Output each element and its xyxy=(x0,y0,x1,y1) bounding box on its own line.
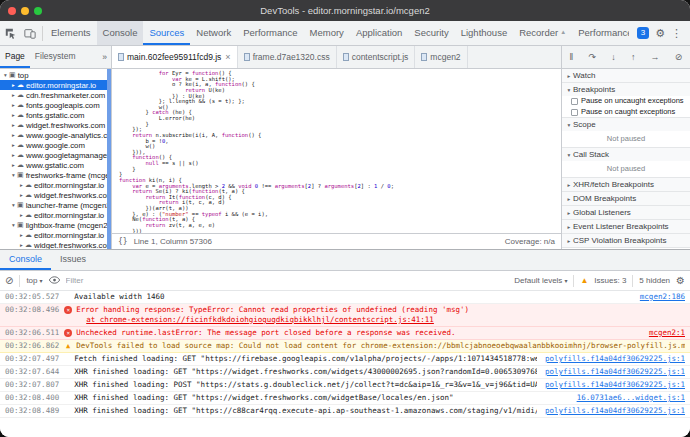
panel-tab-lighthouse[interactable]: Lighthouse xyxy=(455,21,513,45)
panel-tab-application[interactable]: Application xyxy=(350,21,408,45)
step-out-button[interactable]: ↑ xyxy=(631,52,636,62)
pretty-print-icon[interactable]: {} xyxy=(118,237,128,246)
chevron-right-icon: ▸ xyxy=(565,73,573,79)
deactivate-breakpoints-button[interactable]: ⊘ xyxy=(675,52,683,62)
navigator-scrollbar[interactable] xyxy=(107,69,111,249)
code-editor[interactable]: for Eyr = function() { var ke = L.shift(… xyxy=(112,69,561,233)
chevron-right-icon: ▸ xyxy=(10,162,17,168)
tree-item-lightbox-frame-mcgen2[interactable]: ▾▣lightbox-frame (mcgen2) xyxy=(0,220,111,230)
section-header-dom-breakpoints[interactable]: ▸DOM Breakpoints xyxy=(562,192,690,205)
navigator-tab-filesystem[interactable]: Filesystem xyxy=(30,46,81,68)
tree-item-top[interactable]: ▾▣top xyxy=(0,70,111,80)
section-header-csp-violation-breakpoints[interactable]: ▸CSP Violation Breakpoints xyxy=(562,234,690,247)
frame-icon: ▣ xyxy=(17,221,24,229)
section-header-global-listeners[interactable]: ▸Global Listeners xyxy=(562,206,690,219)
more-options-kebab-icon[interactable]: ⋮ xyxy=(671,28,682,39)
panel-tab-recorder[interactable]: Recorder▲ xyxy=(513,21,572,45)
section-note: Not paused xyxy=(562,161,690,177)
file-tab-mcgen2[interactable]: mcgen2 xyxy=(415,46,467,68)
navigator-tab-page[interactable]: Page xyxy=(0,46,30,68)
source-link[interactable]: 16.0731ae6...widget.js:1 xyxy=(577,393,685,403)
frame-icon: ▣ xyxy=(17,201,24,209)
panel-tab-security[interactable]: Security xyxy=(408,21,454,45)
drawer-tab-console[interactable]: Console xyxy=(0,250,51,270)
source-link[interactable]: mcgen2:186 xyxy=(640,292,685,302)
step-into-button[interactable]: ↓ xyxy=(611,52,616,62)
source-link[interactable]: polyfills.f14a04df30629225.js:1 xyxy=(545,406,685,416)
drawer-tab-issues[interactable]: Issues xyxy=(51,250,95,270)
source-link[interactable]: mcgen2:1 xyxy=(649,328,685,338)
console-message-list: 00:32:05.527Available width 1460mcgen2:1… xyxy=(0,291,690,437)
close-window-button[interactable] xyxy=(8,7,16,15)
tree-item-widget-freshworks-com[interactable]: ▸☁widget.freshworks.com xyxy=(0,240,111,249)
panel-tab-elements[interactable]: Elements xyxy=(45,21,97,45)
section-global-listeners: ▸Global Listeners xyxy=(562,206,690,220)
tree-item-editor-morningstar-io[interactable]: ▸☁editor.morningstar.io xyxy=(0,210,111,220)
tree-item-www-google-com[interactable]: ▸☁www.google.com xyxy=(0,140,111,150)
cloud-icon: ☁ xyxy=(25,191,32,199)
section-header-xhr-fetch-breakpoints[interactable]: ▸XHR/fetch Breakpoints xyxy=(562,178,690,191)
panel-tab-console[interactable]: Console xyxy=(97,21,144,45)
checkbox-pause-on-uncaught-exceptions[interactable]: Pause on uncaught exceptions xyxy=(562,96,690,107)
hidden-messages-label[interactable]: 5 hidden xyxy=(639,276,670,285)
tree-item-editor-morningstar-io[interactable]: ▸☁editor.morningstar.io xyxy=(0,80,111,90)
source-link[interactable]: polyfills.f14a04df30629225.js:1 xyxy=(545,367,685,377)
cloud-icon: ☁ xyxy=(17,121,24,129)
tree-item-widget-freshworks-com[interactable]: ▸☁widget.freshworks.com xyxy=(0,190,111,200)
navigator-overflow-chevron[interactable]: » xyxy=(98,46,111,68)
section-header-watch[interactable]: ▸Watch xyxy=(562,69,690,82)
console-filter-input[interactable] xyxy=(66,276,186,285)
section-header-breakpoints[interactable]: ▾Breakpoints xyxy=(562,83,690,96)
stack-trace-link[interactable]: at chrome-extension://ficinfkdkdoiohgiog… xyxy=(76,315,685,325)
panel-tab-network[interactable]: Network xyxy=(190,21,237,45)
device-toolbar-icon[interactable] xyxy=(20,28,40,39)
source-link[interactable]: polyfills.f14a04df30629225.js:1 xyxy=(545,354,685,364)
tree-item-www-gstatic-com[interactable]: ▸☁www.gstatic.com xyxy=(0,160,111,170)
issues-counter[interactable]: Issues: 3 xyxy=(594,276,626,285)
cloud-icon: ☁ xyxy=(17,131,24,139)
tree-item-launcher-frame-mcgen2[interactable]: ▾▣launcher-frame (mcgen2) xyxy=(0,200,111,210)
tree-item-widget-freshworks-com[interactable]: ▸☁widget.freshworks.com xyxy=(0,120,111,130)
console-context-selector[interactable]: top ▾ xyxy=(26,276,42,285)
tree-item-label: www.googletagmanager.com xyxy=(26,151,111,160)
step-button[interactable]: → xyxy=(651,52,660,62)
issues-count-badge[interactable]: 3 xyxy=(637,27,649,39)
chevron-right-icon: ▸ xyxy=(18,212,25,218)
section-header-call-stack[interactable]: ▾Call Stack xyxy=(562,148,690,161)
tree-item-cdn-freshmarketer-com[interactable]: ▸☁cdn.freshmarketer.com xyxy=(0,90,111,100)
tree-item-editor-morningstar-io[interactable]: ▸☁editor.morningstar.io xyxy=(0,230,111,240)
section-header-scope[interactable]: ▾Scope xyxy=(562,118,690,131)
minimize-window-button[interactable] xyxy=(21,7,29,15)
clear-console-icon[interactable]: ⊘ xyxy=(5,276,13,286)
checkbox-pause-on-caught-exceptions[interactable]: Pause on caught exceptions xyxy=(562,107,690,118)
panel-tab-memory[interactable]: Memory xyxy=(304,21,350,45)
tree-item-editor-morningstar-io[interactable]: ▸☁editor.morningstar.io xyxy=(0,180,111,190)
tree-item-fonts-googleapis-com[interactable]: ▸☁fonts.googleapis.com xyxy=(0,100,111,110)
panel-tab-sources[interactable]: Sources xyxy=(143,21,190,45)
live-expression-eye-icon[interactable] xyxy=(49,276,60,286)
panel-tab-performance-insights[interactable]: Performance insights▲ xyxy=(572,21,628,45)
log-levels-selector[interactable]: Default levels ▾ xyxy=(514,276,567,285)
tree-item-freshworks-frame-mcgen2[interactable]: ▾▣freshworks-frame (mcgen2) xyxy=(0,170,111,180)
panel-tab-performance[interactable]: Performance xyxy=(237,21,303,45)
console-settings-gear-icon[interactable]: ⚙ xyxy=(676,276,685,286)
step-over-button[interactable]: ↷ xyxy=(589,52,597,62)
tree-item-fonts-gstatic-com[interactable]: ▸☁fonts.gstatic.com xyxy=(0,110,111,120)
tree-item-www-google-analytics-com[interactable]: ▸☁www.google-analytics.com xyxy=(0,130,111,140)
settings-gear-icon[interactable]: ⚙ xyxy=(655,28,665,39)
source-link[interactable]: polyfills.f14a04df30629225.js:1 xyxy=(545,380,685,390)
file-tab-frame-d7ae1320-css[interactable]: frame.d7ae1320.css xyxy=(238,46,337,68)
file-tab-contentscript-js[interactable]: contentscript.js xyxy=(337,46,416,68)
inspect-element-icon[interactable] xyxy=(0,28,20,39)
section-header-event-listener-breakpoints[interactable]: ▸Event Listener Breakpoints xyxy=(562,220,690,233)
zoom-window-button[interactable] xyxy=(34,7,42,15)
file-tab-main-602fee95911fcd9-js[interactable]: main.602fee95911fcd9.js× xyxy=(112,46,238,68)
close-tab-icon[interactable]: × xyxy=(225,52,230,62)
editor-column: main.602fee95911fcd9.js×frame.d7ae1320.c… xyxy=(112,46,561,249)
chevron-right-icon: ▸ xyxy=(18,232,25,238)
tree-item-www-googletagmanager-com[interactable]: ▸☁www.googletagmanager.com xyxy=(0,150,111,160)
pause-script-button[interactable]: ‖ xyxy=(570,52,574,62)
chevron-down-icon: ▾ xyxy=(10,222,17,228)
chevron-down-icon: ▾ xyxy=(564,277,567,284)
tree-item-label: launcher-frame (mcgen2) xyxy=(26,201,111,210)
